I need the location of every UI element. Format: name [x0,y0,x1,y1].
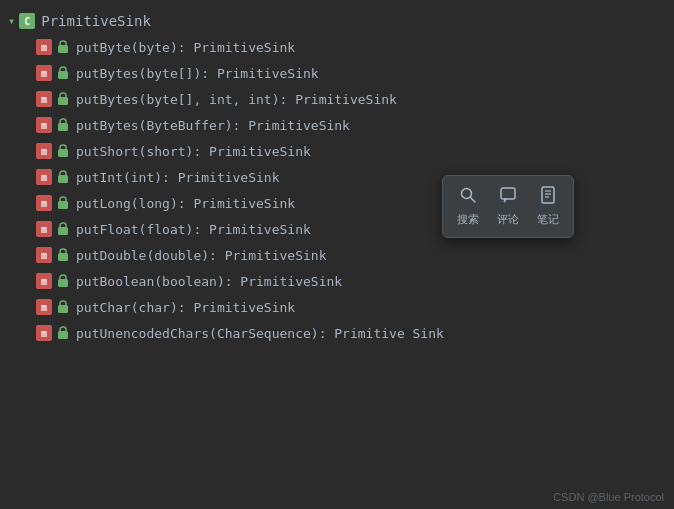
svg-line-13 [471,198,476,203]
svg-rect-9 [58,279,68,287]
lock-icon [56,326,70,340]
lock-icon [56,274,70,288]
method-text: putDouble(double): PrimitiveSink [76,248,326,263]
method-row[interactable]: m putDouble(double): PrimitiveSink [0,242,674,268]
method-row[interactable]: m putBytes(byte[]): PrimitiveSink [0,60,674,86]
method-icon: m [36,143,52,159]
svg-rect-15 [542,187,554,203]
method-icon: m [36,91,52,107]
method-text: putFloat(float): PrimitiveSink [76,222,311,237]
method-text: putChar(char): PrimitiveSink [76,300,295,315]
method-icon: m [36,325,52,341]
method-row[interactable]: m putBytes(ByteBuffer): PrimitiveSink [0,112,674,138]
method-icon: m [36,221,52,237]
method-text: putBytes(ByteBuffer): PrimitiveSink [76,118,350,133]
svg-rect-8 [58,253,68,261]
svg-rect-4 [58,149,68,157]
comment-icon [499,186,517,208]
method-row[interactable]: m putUnencodedChars(CharSequence): Primi… [0,320,674,346]
class-name: PrimitiveSink [41,13,151,29]
toolbar-comment[interactable]: 评论 [497,186,519,227]
method-text: putBoolean(boolean): PrimitiveSink [76,274,342,289]
floating-toolbar: 搜索 评论 笔记 [442,175,574,238]
lock-icon [56,66,70,80]
method-row[interactable]: m putBytes(byte[], int, int): PrimitiveS… [0,86,674,112]
svg-rect-5 [58,175,68,183]
class-icon: C [19,13,35,29]
method-text: putShort(short): PrimitiveSink [76,144,311,159]
lock-icon [56,118,70,132]
svg-rect-10 [58,305,68,313]
method-icon: m [36,273,52,289]
method-icon: m [36,65,52,81]
method-icon: m [36,195,52,211]
svg-rect-1 [58,71,68,79]
note-icon [539,186,557,208]
method-row[interactable]: m putByte(byte): PrimitiveSink [0,34,674,60]
watermark: CSDN @Blue Protocol [553,491,664,503]
svg-rect-7 [58,227,68,235]
toolbar-search[interactable]: 搜索 [457,186,479,227]
method-text: putLong(long): PrimitiveSink [76,196,295,211]
chevron-icon: ▾ [8,14,15,28]
toolbar-note[interactable]: 笔记 [537,186,559,227]
comment-label: 评论 [497,212,519,227]
method-text: putByte(byte): PrimitiveSink [76,40,295,55]
svg-rect-3 [58,123,68,131]
search-label: 搜索 [457,212,479,227]
lock-icon [56,196,70,210]
method-row[interactable]: m putChar(char): PrimitiveSink [0,294,674,320]
lock-icon [56,222,70,236]
method-icon: m [36,247,52,263]
method-text: putUnencodedChars(CharSequence): Primiti… [76,326,444,341]
note-label: 笔记 [537,212,559,227]
method-text: putBytes(byte[]): PrimitiveSink [76,66,319,81]
lock-icon [56,144,70,158]
method-text: putBytes(byte[], int, int): PrimitiveSin… [76,92,397,107]
lock-icon [56,300,70,314]
svg-rect-11 [58,331,68,339]
method-icon: m [36,169,52,185]
lock-icon [56,92,70,106]
svg-rect-0 [58,45,68,53]
lock-icon [56,248,70,262]
svg-rect-6 [58,201,68,209]
svg-rect-14 [501,188,515,199]
search-icon [459,186,477,208]
method-icon: m [36,299,52,315]
class-header[interactable]: ▾ C PrimitiveSink [0,8,674,34]
lock-icon [56,40,70,54]
method-icon: m [36,39,52,55]
lock-icon [56,170,70,184]
method-text: putInt(int): PrimitiveSink [76,170,280,185]
method-row[interactable]: m putShort(short): PrimitiveSink [0,138,674,164]
svg-rect-2 [58,97,68,105]
method-row[interactable]: m putBoolean(boolean): PrimitiveSink [0,268,674,294]
method-icon: m [36,117,52,133]
